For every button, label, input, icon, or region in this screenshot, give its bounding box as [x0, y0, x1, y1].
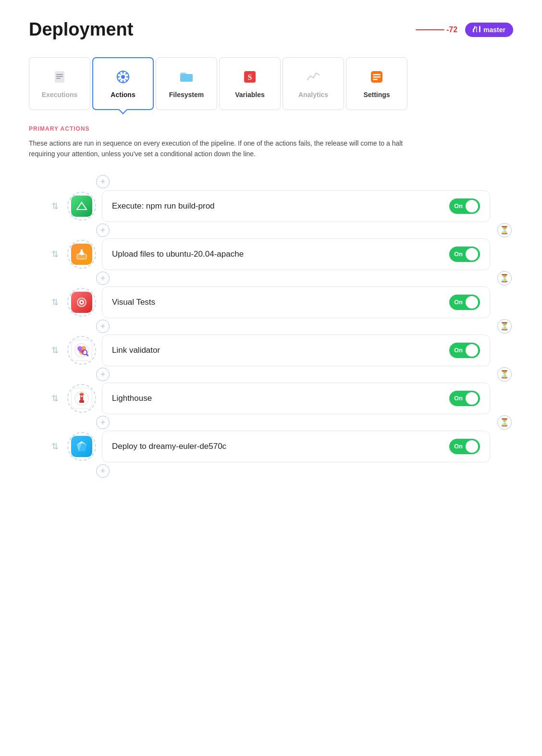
settings-icon [369, 69, 384, 87]
add-btn-row-bottom: + [29, 464, 513, 478]
svg-line-12 [126, 73, 127, 74]
add-action-btn-2[interactable]: + [96, 223, 110, 237]
svg-rect-17 [373, 74, 381, 75]
toggle-knob-5 [466, 392, 478, 405]
page-header: Deployment -72 ⛙ master [29, 19, 513, 40]
action-card-6[interactable]: Deploy to dreamy-euler-de570c On [102, 431, 490, 462]
svg-rect-41 [81, 396, 83, 397]
section-description: These actions are run in sequence on eve… [29, 138, 423, 160]
tab-filesystem[interactable]: Filesystem [156, 57, 217, 110]
settings-label: Settings [363, 91, 390, 99]
svg-line-11 [126, 79, 127, 81]
filesystem-icon [179, 69, 194, 87]
header-right: -72 ⛙ master [416, 23, 513, 37]
action-icon-wrap-5 [67, 384, 96, 413]
section-header: PRIMARY ACTIONS These actions are run in… [29, 125, 513, 160]
add-action-btn-6[interactable]: + [96, 416, 110, 429]
variables-label: Variables [235, 91, 265, 99]
svg-line-10 [119, 73, 121, 74]
action-card-3[interactable]: Visual Tests On [102, 286, 490, 318]
add-action-btn-bottom[interactable]: + [96, 464, 110, 478]
drag-handle-2[interactable]: ⇅ [48, 249, 62, 260]
add-action-btn-3[interactable]: + [96, 272, 110, 285]
action-row-2: ⇅ Upload files to ubuntu-20.04-apache On [29, 238, 513, 270]
executions-icon [52, 69, 67, 87]
svg-text:S: S [248, 73, 252, 81]
toggle-label-6: On [454, 443, 463, 450]
branch-badge[interactable]: ⛙ master [465, 23, 513, 37]
svg-point-42 [81, 392, 83, 394]
tab-executions[interactable]: Executions [29, 57, 90, 110]
toggle-label-5: On [454, 395, 463, 402]
timer-icon-4: ⏳ [497, 319, 512, 334]
svg-point-5 [121, 75, 125, 79]
timer-4: ⏳ [496, 319, 513, 334]
drag-handle-1[interactable]: ⇅ [48, 201, 62, 211]
drag-handle-6[interactable]: ⇅ [48, 441, 62, 452]
svg-rect-40 [79, 400, 84, 403]
toggle-5[interactable]: On [449, 391, 480, 406]
tab-settings[interactable]: Settings [346, 57, 407, 110]
timer-icon-6: ⏳ [497, 415, 512, 430]
toggle-label-1: On [454, 202, 463, 210]
action-icon-wrap-6 [67, 432, 96, 461]
add-action-btn-5[interactable]: + [96, 368, 110, 381]
toggle-knob-1 [466, 200, 478, 212]
timer-icon-3: ⏳ [497, 271, 512, 285]
action-row-5: ⇅ Lighthouse On [29, 383, 513, 414]
timer-3: ⏳ [496, 271, 513, 285]
action-card-2[interactable]: Upload files to ubuntu-20.04-apache On [102, 238, 490, 270]
timer-5: ⏳ [496, 367, 513, 382]
drag-handle-4[interactable]: ⇅ [48, 345, 62, 356]
branch-icon: ⛙ [473, 25, 480, 34]
action-name-4: Link validator [112, 346, 160, 355]
analytics-icon [306, 69, 321, 87]
branch-label: master [483, 26, 505, 34]
action-icon-deploy [71, 436, 92, 457]
action-name-3: Visual Tests [112, 297, 155, 307]
toggle-2[interactable]: On [449, 247, 480, 262]
svg-point-27 [81, 301, 83, 303]
add-action-btn-top[interactable]: + [96, 175, 110, 188]
toggle-3[interactable]: On [449, 295, 480, 310]
actions-list: + ⇅ Execute: npm run build-prod On + [29, 173, 513, 480]
action-icon-npm [71, 196, 92, 217]
action-card-4[interactable]: Link validator On [102, 335, 490, 366]
action-icon-wrap-1 [67, 192, 96, 221]
action-row-1: ⇅ Execute: npm run build-prod On [29, 190, 513, 222]
toggle-knob-2 [466, 248, 478, 260]
add-action-btn-4[interactable]: + [96, 320, 110, 333]
svg-line-13 [119, 79, 121, 81]
section-title: PRIMARY ACTIONS [29, 125, 513, 132]
action-card-5[interactable]: Lighthouse On [102, 383, 490, 414]
counter-number: -72 [446, 25, 457, 34]
toggle-6[interactable]: On [449, 439, 480, 454]
toggle-4[interactable]: On [449, 343, 480, 358]
counter-line [416, 29, 444, 30]
toggle-1[interactable]: On [449, 198, 480, 214]
actions-icon [115, 69, 131, 87]
tab-actions[interactable]: Actions [92, 57, 154, 110]
tab-variables[interactable]: S Variables [219, 57, 281, 110]
action-icon-link [71, 340, 92, 361]
tabs-bar: Executions Actions [29, 57, 513, 110]
variables-icon: S [242, 69, 258, 87]
analytics-label: Analytics [298, 91, 328, 99]
toggle-knob-4 [466, 344, 478, 357]
drag-handle-5[interactable]: ⇅ [48, 393, 62, 404]
svg-rect-19 [373, 79, 378, 80]
svg-line-36 [86, 354, 88, 356]
toggle-label-3: On [454, 298, 463, 306]
toggle-label-2: On [454, 250, 463, 258]
action-icon-wrap-2 [67, 240, 96, 269]
timer-icon-5: ⏳ [497, 367, 512, 382]
add-btn-row-top: + [29, 175, 513, 188]
action-icon-wrap-3 [67, 288, 96, 317]
tab-analytics[interactable]: Analytics [283, 57, 344, 110]
action-name-5: Lighthouse [112, 394, 152, 403]
timer-2: ⏳ [496, 223, 513, 237]
svg-rect-24 [81, 249, 83, 255]
action-icon-upload [71, 244, 92, 265]
drag-handle-3[interactable]: ⇅ [48, 297, 62, 308]
action-card-1[interactable]: Execute: npm run build-prod On [102, 190, 490, 222]
